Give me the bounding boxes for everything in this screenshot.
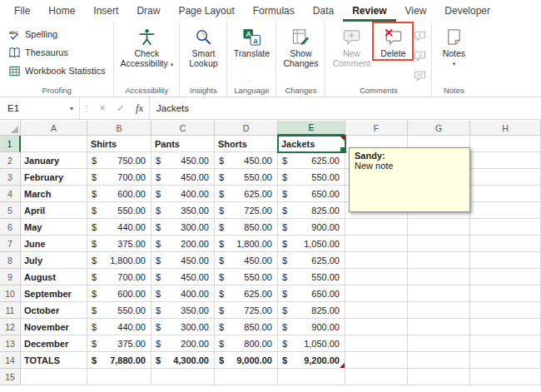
cell-C15[interactable] [151,369,215,385]
cell-F14[interactable] [345,352,408,369]
row-header-6[interactable]: 6 [0,219,21,236]
column-header-E[interactable]: E [278,121,345,136]
cell-H14[interactable] [470,352,541,369]
cell-B9[interactable]: $700.00 [87,269,151,285]
notes-button[interactable]: Notes ▾ [434,23,473,67]
row-header-15[interactable]: 15 [0,369,21,385]
cell-C1[interactable]: Pants [151,136,215,152]
cell-A2[interactable]: January [21,152,87,169]
row-header-4[interactable]: 4 [0,186,21,202]
cell-D6[interactable]: $850.00 [215,219,278,236]
cell-F13[interactable] [345,335,408,352]
cell-F8[interactable] [345,252,408,269]
cell-H7[interactable] [470,236,541,252]
cell-D5[interactable]: $725.00 [215,202,278,219]
cell-C8[interactable]: $450.00 [151,252,215,269]
cell-C6[interactable]: $300.00 [151,219,215,236]
tab-home[interactable]: Home [39,0,84,22]
cell-D4[interactable]: $625.00 [215,186,278,202]
show-changes-button[interactable]: Show Changes [279,23,322,69]
cell-G6[interactable] [408,219,470,236]
cell-E4[interactable]: $650.00 [278,186,345,202]
cell-D15[interactable] [215,369,278,385]
cell-C9[interactable]: $450.00 [151,269,215,285]
cell-B4[interactable]: $600.00 [87,186,151,202]
cell-C12[interactable]: $300.00 [151,319,215,335]
cell-E5[interactable]: $825.00 [278,202,345,219]
show-comments-icon[interactable] [414,70,426,82]
cell-D8[interactable]: $450.00 [215,252,278,269]
cell-A13[interactable]: December [21,335,87,352]
cell-F7[interactable] [345,236,408,252]
cell-A10[interactable]: September [21,285,87,302]
row-header-5[interactable]: 5 [0,202,21,219]
cell-B15[interactable] [87,369,151,385]
new-comment-button[interactable]: New Comment [328,23,375,69]
cell-C2[interactable]: $450.00 [151,152,215,169]
cell-F6[interactable] [345,219,408,236]
cell-C10[interactable]: $400.00 [151,285,215,302]
cell-H5[interactable] [470,202,541,219]
cell-E1[interactable]: Jackets [278,136,345,152]
tab-formulas[interactable]: Formulas [244,0,304,22]
formula-input[interactable]: Jackets [150,97,541,119]
insert-function-icon[interactable]: fx [130,97,150,119]
cell-B5[interactable]: $550.00 [87,202,151,219]
cell-F10[interactable] [345,285,408,302]
cell-D12[interactable]: $850.00 [215,319,278,335]
cell-D14[interactable]: $9,000.00 [215,352,278,369]
cell-H2[interactable] [470,152,541,169]
enter-icon[interactable]: ✓ [112,97,130,119]
row-header-3[interactable]: 3 [0,169,21,186]
column-header-F[interactable]: F [345,121,408,136]
name-box[interactable]: E1 ▾ [0,97,80,119]
cell-A8[interactable]: July [21,252,87,269]
tab-data[interactable]: Data [304,0,343,22]
next-comment-icon[interactable] [414,50,426,62]
cell-A9[interactable]: August [21,269,87,285]
cell-D11[interactable]: $725.00 [215,302,278,319]
cell-E12[interactable]: $900.00 [278,319,345,335]
cell-F9[interactable] [345,269,408,285]
cell-F11[interactable] [345,302,408,319]
check-accessibility-button[interactable]: Check Accessibility ▾ [117,23,176,69]
cell-A6[interactable]: May [21,219,87,236]
cell-B7[interactable]: $375.00 [87,236,151,252]
cell-G15[interactable] [408,369,470,385]
row-header-9[interactable]: 9 [0,269,21,285]
row-header-7[interactable]: 7 [0,236,21,252]
cell-A11[interactable]: October [21,302,87,319]
cell-B1[interactable]: Shirts [87,136,151,152]
cell-H8[interactable] [470,252,541,269]
column-header-A[interactable]: A [21,121,87,136]
cell-B3[interactable]: $700.00 [87,169,151,186]
cell-A14[interactable]: TOTALS [21,352,87,369]
cell-A3[interactable]: February [21,169,87,186]
row-header-12[interactable]: 12 [0,319,21,335]
cell-E11[interactable]: $825.00 [278,302,345,319]
cell-F12[interactable] [345,319,408,335]
cell-G14[interactable] [408,352,470,369]
cell-G10[interactable] [408,285,470,302]
cell-A4[interactable]: March [21,186,87,202]
row-header-14[interactable]: 14 [0,352,21,369]
cell-A15[interactable] [21,369,87,385]
cell-D1[interactable]: Shorts [215,136,278,152]
cell-E9[interactable]: $550.00 [278,269,345,285]
cell-E15[interactable] [278,369,345,385]
cell-G11[interactable] [408,302,470,319]
row-header-8[interactable]: 8 [0,252,21,269]
cell-H12[interactable] [470,319,541,335]
row-header-11[interactable]: 11 [0,302,21,319]
cell-F15[interactable] [345,369,408,385]
cell-H4[interactable] [470,186,541,202]
row-header-13[interactable]: 13 [0,335,21,352]
tab-insert[interactable]: Insert [84,0,127,22]
cell-C5[interactable]: $350.00 [151,202,215,219]
delete-comment-button[interactable]: Delete [375,23,411,60]
cell-H13[interactable] [470,335,541,352]
cell-D3[interactable]: $550.00 [215,169,278,186]
cell-H10[interactable] [470,285,541,302]
cell-G12[interactable] [408,319,470,335]
cell-B14[interactable]: $7,880.00 [87,352,151,369]
